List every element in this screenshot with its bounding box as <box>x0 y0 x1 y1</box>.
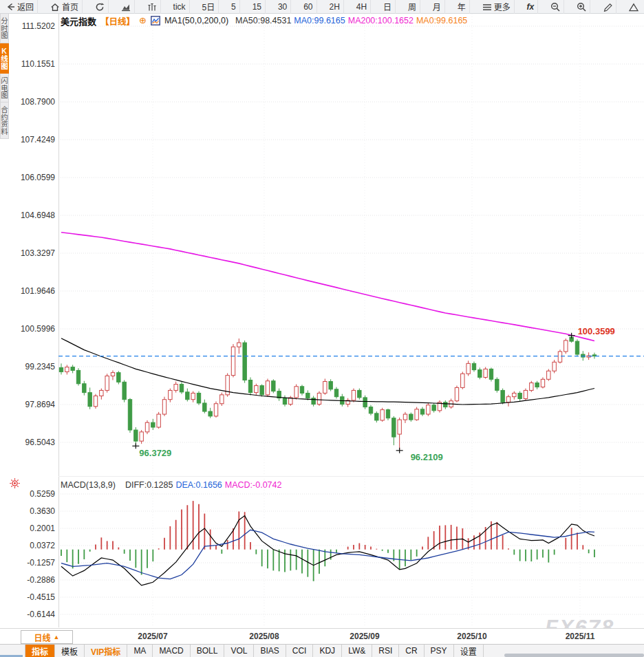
horizontal-scrollbar[interactable] <box>504 654 644 657</box>
toolbar-button-shape[interactable] <box>625 0 642 14</box>
macd-value: MACD:-0.0742 <box>225 480 282 490</box>
bottom-tab-psy[interactable]: PSY <box>425 645 454 657</box>
toolbar-button-label: 2H <box>329 2 339 12</box>
toolbar-button-label: 首页 <box>62 1 78 12</box>
interval-selector-button[interactable]: 日线 ▲ <box>21 630 73 644</box>
bottom-tab-ma[interactable]: MA <box>127 645 153 657</box>
toolbar-button-h4[interactable]: 4H <box>353 0 371 14</box>
indicator-settings-icon[interactable] <box>9 477 21 492</box>
toolbar-button-chart-volume[interactable] <box>144 0 161 14</box>
toolbar-button-month[interactable]: 月 <box>429 0 445 14</box>
add-indicator-icon[interactable]: ⊕ <box>139 17 147 25</box>
symbol-name: 美元指数 <box>61 14 96 28</box>
bottom-tab-vip-indicator[interactable]: VIP指标 <box>85 645 127 657</box>
sidebar-tab-lightning-chart[interactable]: 闪电图 <box>0 74 9 103</box>
bottom-tab-indicator[interactable]: 指标 <box>25 645 55 657</box>
interval-tag: 【日线】 <box>100 14 135 28</box>
bottom-tab-macd[interactable]: MACD <box>153 645 190 657</box>
candlestick-chart[interactable] <box>0 0 644 657</box>
line-chart-icon[interactable] <box>151 16 160 25</box>
toolbar-button-year[interactable]: 年 <box>454 0 470 14</box>
time-axis-label: 2025/11 <box>566 632 595 641</box>
ma-value: MA0:99.6165 <box>416 16 467 25</box>
time-axis <box>0 628 644 645</box>
sidebar-tab-contract-info[interactable]: 合约资料 <box>0 103 9 139</box>
interval-selector-label: 日线 <box>34 632 51 643</box>
toolbar-button-fx[interactable]: fx <box>524 0 539 14</box>
low-price-annotation-2: 96.2109 <box>411 452 443 462</box>
bottom-tab-lw[interactable]: LW& <box>342 645 372 657</box>
toolbar-button-label: fx <box>527 2 535 12</box>
price-axis-label: 103.3297 <box>0 248 55 258</box>
toolbar-button-week[interactable]: 周 <box>405 0 420 14</box>
toolbar-button-label: 更多 <box>494 1 511 12</box>
toolbar-button-label: 30 <box>278 2 287 12</box>
toolbar-button-draw[interactable] <box>599 0 616 14</box>
time-axis-label: 2025/07 <box>138 632 167 641</box>
toolbar-button-home[interactable]: 首页 <box>47 0 83 14</box>
macd-value: DIFF:0.1285 <box>125 480 173 490</box>
toolbar-button-label: 5 <box>231 2 236 12</box>
toolbar-button-label: 日 <box>383 1 391 12</box>
low-price-annotation-1: 96.3729 <box>139 448 171 458</box>
chart-app: 返回首页tick5日51530602H4H日周月年更多fx 分时图K线图闪电图合… <box>0 0 644 657</box>
macd-axis-label: -0.4515 <box>0 592 55 602</box>
chart-header: 美元指数【日线】⊕ MA1(50,0,200,0) MA50:98.4531MA… <box>61 15 467 26</box>
chart-volume-icon <box>147 2 157 12</box>
toolbar-button-m5[interactable]: 5 <box>228 0 240 14</box>
toolbar-button-m60[interactable]: 60 <box>300 0 316 14</box>
toolbar-button-label: 返回 <box>17 1 34 12</box>
toolbar-button-day[interactable]: 日 <box>380 0 396 14</box>
toolbar-button-label: 15 <box>253 2 261 12</box>
macd-title: MACD(13,8,9) <box>61 480 116 490</box>
refresh-icon <box>95 2 105 12</box>
bottom-tab-template[interactable]: 模板 <box>55 645 85 657</box>
bottom-tab-cr[interactable]: CR <box>399 645 424 657</box>
ma-value: MA0:99.6165 <box>294 16 345 25</box>
toolbar-button-zoom-out[interactable] <box>547 0 564 14</box>
bottom-tab-cci[interactable]: CCI <box>286 645 314 657</box>
bottom-tab-bias[interactable]: BIAS <box>254 645 286 657</box>
zoom-out-icon <box>550 2 560 12</box>
toolbar-button-m30[interactable]: 30 <box>275 0 291 14</box>
chart-area-icon <box>121 2 131 12</box>
back-icon <box>6 2 15 12</box>
toolbar-button-h2[interactable]: 2H <box>325 0 343 14</box>
toolbar-button-5d[interactable]: 5日 <box>198 0 219 14</box>
price-axis-label: 104.6948 <box>0 211 55 220</box>
shape-icon <box>629 2 638 12</box>
sidebar-tab-time-chart[interactable]: 分时图 <box>0 14 9 43</box>
bottom-tab-rsi[interactable]: RSI <box>372 645 399 657</box>
toolbar-button-tick[interactable]: tick <box>170 0 190 14</box>
macd-values: DIFF:0.1285DEA:0.1656MACD:-0.0742 <box>122 480 282 490</box>
macd-axis-label: 0.3630 <box>0 506 55 516</box>
time-axis-label: 2025/10 <box>457 632 486 641</box>
toolbar-button-m15[interactable]: 15 <box>249 0 266 14</box>
price-axis-label: 101.9646 <box>0 286 55 296</box>
ma-value: MA50:98.4531 <box>235 16 291 25</box>
toolbar-button-refresh[interactable] <box>92 0 109 14</box>
price-axis-label: 100.5996 <box>0 324 55 334</box>
high-price-annotation: 100.3599 <box>578 326 615 336</box>
toolbar-button-more[interactable]: 更多 <box>479 0 515 14</box>
bottom-tab-settings[interactable]: 设置 <box>454 645 484 657</box>
time-axis-label: 2025/08 <box>249 632 279 641</box>
ma-values: MA50:98.4531MA0:99.6165MA200:100.1652MA0… <box>233 16 467 25</box>
ma-value: MA200:100.1652 <box>348 16 414 25</box>
toolbar-button-back[interactable]: 返回 <box>2 0 38 14</box>
toolbar-button-label: 年 <box>458 1 466 12</box>
toolbar-button-label: 月 <box>433 1 441 12</box>
toolbar-button-zoom-in[interactable] <box>573 0 590 14</box>
more-icon <box>482 2 492 12</box>
price-axis-label: 97.8694 <box>0 400 55 409</box>
macd-header: MACD(13,8,9) DIFF:0.1285DEA:0.1656MACD:-… <box>61 480 281 490</box>
macd-axis-label: -0.1257 <box>0 558 55 568</box>
bottom-tab-vol[interactable]: VOL <box>224 645 254 657</box>
macd-axis-label: 0.2001 <box>0 524 55 533</box>
sidebar-tab-kline-chart[interactable]: K线图 <box>0 43 9 74</box>
bottom-tab-kdj[interactable]: KDJ <box>313 645 342 657</box>
macd-axis-label: 0.5259 <box>0 489 55 499</box>
bottom-tab-boll[interactable]: BOLL <box>191 645 225 657</box>
toolbar-button-chart-area[interactable] <box>118 0 135 14</box>
chart-type-sidebar: 分时图K线图闪电图合约资料 <box>0 14 10 139</box>
